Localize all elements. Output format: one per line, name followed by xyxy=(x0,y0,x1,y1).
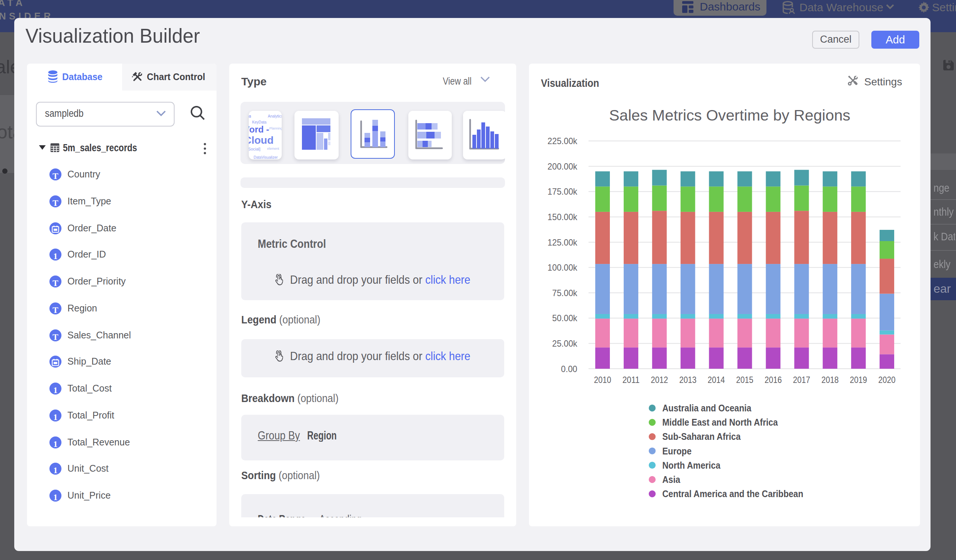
svg-text:2018: 2018 xyxy=(821,374,838,384)
svg-text:North America: North America xyxy=(662,459,720,471)
svg-text:Sales Metrics Overtime by Regi: Sales Metrics Overtime by Regions xyxy=(609,107,850,123)
svg-text:2017: 2017 xyxy=(792,374,810,384)
svg-text:75.00k: 75.00k xyxy=(552,287,577,298)
svg-text:Sub-Saharan Africa: Sub-Saharan Africa xyxy=(662,430,740,442)
svg-text:2013: 2013 xyxy=(679,374,696,384)
svg-text:2014: 2014 xyxy=(707,374,725,384)
svg-text:Asia: Asia xyxy=(662,474,680,485)
svg-text:2012: 2012 xyxy=(650,374,668,384)
svg-text:225.00k: 225.00k xyxy=(547,135,577,146)
svg-text:Australia and Oceania: Australia and Oceania xyxy=(662,402,751,413)
svg-text:2019: 2019 xyxy=(850,374,867,384)
svg-text:2020: 2020 xyxy=(878,374,895,384)
svg-text:50.00k: 50.00k xyxy=(552,312,577,323)
svg-text:2015: 2015 xyxy=(736,374,753,384)
svg-text:125.00k: 125.00k xyxy=(547,237,577,247)
svg-text:2010: 2010 xyxy=(594,374,611,384)
svg-text:0.00: 0.00 xyxy=(561,364,577,373)
svg-text:2016: 2016 xyxy=(764,374,781,384)
svg-text:2011: 2011 xyxy=(622,374,639,384)
svg-text:175.00k: 175.00k xyxy=(547,186,577,196)
svg-text:200.00k: 200.00k xyxy=(547,161,577,171)
svg-text:Europe: Europe xyxy=(662,445,691,456)
svg-text:Middle East and North Africa: Middle East and North Africa xyxy=(662,416,778,427)
svg-text:150.00k: 150.00k xyxy=(547,212,577,221)
svg-text:100.00k: 100.00k xyxy=(547,262,577,272)
svg-text:25.00k: 25.00k xyxy=(552,338,577,348)
svg-text:Central America and the Caribb: Central America and the Caribbean xyxy=(662,488,803,499)
